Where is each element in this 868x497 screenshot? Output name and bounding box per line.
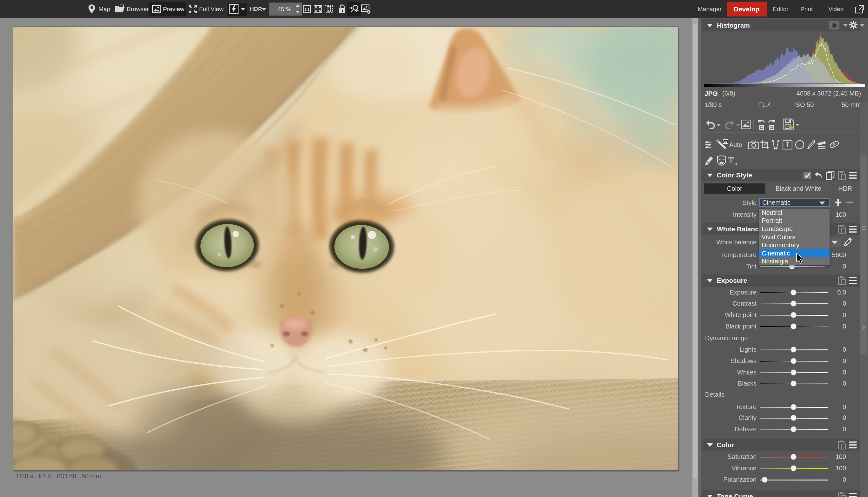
- svg-text:AI: AI: [724, 140, 727, 143]
- svg-text:1:1: 1:1: [305, 8, 310, 11]
- svg-text:T: T: [728, 156, 734, 165]
